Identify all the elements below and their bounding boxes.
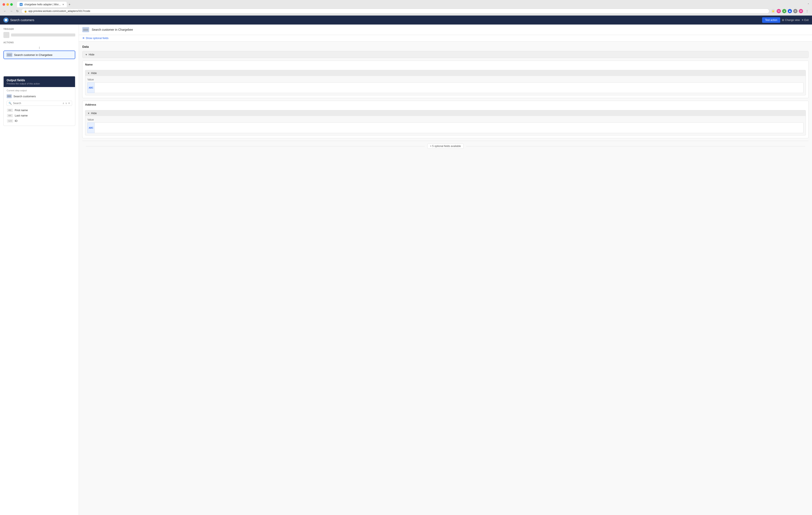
new-tab-button[interactable]: + (67, 2, 72, 7)
traffic-lights (3, 3, 13, 6)
field-name-firstname: First name (15, 109, 28, 112)
output-field-list: ABC First name ABC Last name 123 ID (7, 108, 72, 124)
data-section: Data ▼ Hide Name ▼ Hide (79, 42, 812, 155)
eye-icon: 👁 (82, 37, 85, 40)
trigger-block: TRIGGER (3, 28, 75, 38)
change-view-label: Change view (785, 19, 800, 22)
maximize-traffic-light[interactable] (10, 3, 13, 6)
tab-close-button[interactable]: ✕ (62, 3, 64, 6)
minimize-traffic-light[interactable] (6, 3, 9, 6)
field-item-id: 123 ID (7, 118, 72, 124)
name-collapse-arrow: ▼ (87, 72, 90, 75)
main-layout: TRIGGER ACTIONS ↓ Search customer in Cha… (0, 25, 812, 515)
show-optional-label: Show optional fields (86, 37, 109, 40)
active-tab[interactable]: W chargebee hello adapter | Wor... ✕ (17, 2, 67, 7)
arrow-down-icon: ↓ (38, 46, 40, 49)
name-nested-body: Value ABC (85, 76, 806, 95)
field-name-id: ID (15, 119, 18, 123)
menu-button[interactable]: ⋮ (805, 9, 809, 13)
address-field-body: ▼ Hide Value ABC (83, 108, 808, 138)
address-hide-label: Hide (91, 112, 97, 115)
user-icon[interactable]: JD (799, 9, 803, 13)
output-panel-body: Current step output Search customers 🔍 ∧ (4, 87, 75, 126)
output-panel-subtitle: Preview the output of this action (7, 82, 72, 85)
hide-label-top: Hide (89, 53, 94, 56)
name-value-input-area: ABC (87, 82, 804, 93)
field-name-lastname: Last name (15, 114, 28, 117)
blue-icon[interactable]: ◆ (788, 9, 792, 13)
name-nested-group: ▼ Hide Value ABC (85, 70, 806, 96)
connection-name: Search customer in Chargebee (92, 28, 133, 31)
value-label-name: Value (87, 78, 804, 81)
step-item-name: Search customers (13, 95, 36, 98)
back-button[interactable]: ← (3, 9, 7, 13)
name-field-body: ▼ Hide Value ABC (83, 67, 808, 98)
search-down-button[interactable]: ∨ (65, 102, 67, 105)
test-action-button[interactable]: Test action (762, 17, 780, 23)
address-collapse-arrow: ▼ (87, 112, 90, 114)
step-item: Search customers (7, 93, 72, 99)
field-item-lastname: ABC Last name (7, 113, 72, 118)
search-controls: ∧ ∨ ✕ (62, 102, 70, 105)
name-value-textarea[interactable] (94, 82, 804, 93)
action-step-icon (6, 53, 12, 57)
trigger-placeholder (3, 32, 75, 38)
close-traffic-light[interactable] (3, 3, 5, 6)
address-value-textarea[interactable] (94, 123, 804, 133)
tab-title: chargebee hello adapter | Wor... (24, 3, 61, 6)
search-clear-button[interactable]: ✕ (68, 102, 70, 105)
address-bar[interactable]: 🔒 app.preview.workato.com/custom_adapter… (21, 8, 770, 13)
forward-button[interactable]: → (9, 9, 13, 13)
connection-icon (82, 27, 89, 32)
action-arrow: ↓ (3, 46, 75, 49)
window-controls: ⌃ (807, 3, 809, 6)
field-type-abc-2: ABC (7, 114, 13, 117)
action-step-label: Search customer in Chargebee (14, 53, 53, 57)
show-optional-fields-link[interactable]: 👁 Show optional fields (79, 35, 812, 42)
name-hide-header[interactable]: ▼ Hide (85, 70, 806, 76)
trigger-icon (3, 32, 9, 38)
name-type-tag: ABC (87, 82, 94, 93)
workato-icon[interactable]: W (777, 9, 781, 13)
step-item-icon (7, 94, 12, 98)
data-section-title: Data (82, 45, 809, 48)
name-field-group: Name ▼ Hide Value ABC (82, 61, 809, 98)
optional-line-right (466, 146, 805, 146)
browser-chrome: W chargebee hello adapter | Wor... ✕ + ⌃… (0, 0, 812, 16)
puzzle-icon[interactable]: ⚙ (793, 9, 798, 13)
search-icon: 🔍 (8, 102, 12, 105)
search-bar[interactable]: 🔍 ∧ ∨ ✕ (7, 101, 72, 106)
output-panel-header: Output fields Preview the output of this… (4, 76, 75, 87)
exit-button[interactable]: ✕ Exit (802, 19, 809, 22)
address-type-tag: ABC (87, 123, 94, 133)
address-bar-row: ← → ↻ 🔒 app.preview.workato.com/custom_a… (0, 7, 812, 16)
output-panel-title: Output fields (7, 79, 72, 82)
browser-toolbar-icons: ⭐ W ● ◆ ⚙ JD (771, 9, 803, 13)
reload-button[interactable]: ↻ (16, 9, 20, 13)
optional-fields-button[interactable]: + 5 optional fields available (427, 143, 464, 149)
address-hide-header[interactable]: ▼ Hide (85, 110, 806, 116)
field-type-123: 123 (7, 119, 13, 123)
change-view-button[interactable]: ⊞ Change view (782, 19, 800, 22)
header-actions: Test action ⊞ Change view ✕ Exit (762, 17, 809, 23)
app-logo (3, 18, 8, 23)
search-up-button[interactable]: ∧ (62, 102, 64, 105)
change-view-icon: ⊞ (782, 19, 784, 22)
optional-fields-bar: + 5 optional fields available (82, 141, 809, 151)
address-value-input-area: ABC (87, 123, 804, 133)
hide-group-top-header[interactable]: ▼ Hide (83, 51, 808, 58)
trigger-label: TRIGGER (3, 28, 75, 30)
extensions-icon[interactable]: ⭐ (771, 9, 775, 13)
search-input[interactable] (13, 102, 61, 105)
address-nested-body: Value ABC (85, 116, 806, 135)
tab-bar: W chargebee hello adapter | Wor... ✕ + (17, 2, 72, 7)
app-title: Search customers (10, 18, 34, 22)
green-icon[interactable]: ● (782, 9, 786, 13)
action-step[interactable]: Search customer in Chargebee (3, 51, 75, 59)
output-panel: Output fields Preview the output of this… (3, 76, 75, 126)
tab-favicon: W (20, 3, 23, 6)
lock-icon: 🔒 (24, 10, 27, 12)
field-type-abc-1: ABC (7, 109, 13, 112)
app-header: Search customers Test action ⊞ Change vi… (0, 16, 812, 25)
exit-label: Exit (804, 19, 809, 22)
